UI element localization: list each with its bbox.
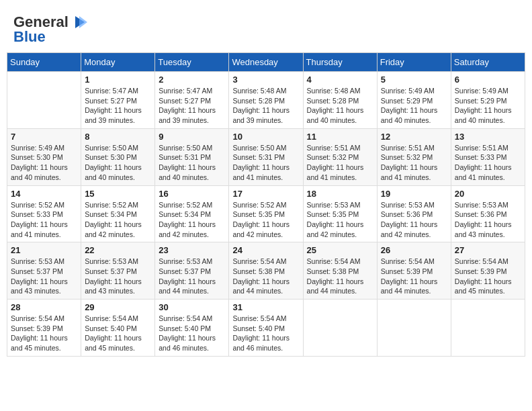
- day-number: 8: [85, 132, 151, 142]
- calendar-cell: 3Sunrise: 5:48 AMSunset: 5:28 PMDaylight…: [229, 72, 303, 129]
- day-number: 31: [232, 302, 299, 312]
- calendar-cell: 6Sunrise: 5:49 AMSunset: 5:29 PMDaylight…: [451, 72, 525, 129]
- day-number: 1: [85, 75, 151, 85]
- calendar-cell: 23Sunrise: 5:53 AMSunset: 5:37 PMDayligh…: [155, 242, 229, 300]
- sun-info: Sunrise: 5:53 AMSunset: 5:37 PMDaylight:…: [85, 257, 151, 296]
- sun-info: Sunrise: 5:54 AMSunset: 5:38 PMDaylight:…: [307, 257, 373, 296]
- calendar-cell: 31Sunrise: 5:54 AMSunset: 5:40 PMDayligh…: [229, 300, 303, 357]
- sun-info: Sunrise: 5:54 AMSunset: 5:40 PMDaylight:…: [159, 314, 225, 353]
- sun-info: Sunrise: 5:54 AMSunset: 5:38 PMDaylight:…: [232, 257, 299, 296]
- calendar-cell: 18Sunrise: 5:53 AMSunset: 5:35 PMDayligh…: [303, 185, 377, 242]
- weekday-header-saturday: Saturday: [451, 53, 525, 72]
- sun-info: Sunrise: 5:50 AMSunset: 5:30 PMDaylight:…: [85, 143, 151, 183]
- calendar-cell: [377, 300, 451, 357]
- sun-info: Sunrise: 5:52 AMSunset: 5:34 PMDaylight:…: [85, 200, 151, 240]
- week-row-2: 7Sunrise: 5:49 AMSunset: 5:30 PMDaylight…: [7, 128, 525, 185]
- day-number: 16: [159, 189, 225, 199]
- sun-info: Sunrise: 5:54 AMSunset: 5:40 PMDaylight:…: [85, 314, 151, 353]
- calendar-cell: 1Sunrise: 5:47 AMSunset: 5:27 PMDaylight…: [81, 72, 155, 129]
- calendar-cell: 21Sunrise: 5:53 AMSunset: 5:37 PMDayligh…: [7, 242, 81, 300]
- calendar-cell: 16Sunrise: 5:52 AMSunset: 5:34 PMDayligh…: [155, 185, 229, 242]
- sun-info: Sunrise: 5:50 AMSunset: 5:31 PMDaylight:…: [232, 143, 299, 183]
- calendar-cell: 25Sunrise: 5:54 AMSunset: 5:38 PMDayligh…: [303, 242, 377, 300]
- day-number: 28: [11, 302, 77, 312]
- day-number: 27: [455, 245, 521, 255]
- day-number: 18: [307, 189, 373, 199]
- weekday-header-tuesday: Tuesday: [155, 53, 229, 72]
- day-number: 7: [11, 132, 77, 142]
- day-number: 21: [11, 245, 77, 255]
- calendar-cell: 9Sunrise: 5:50 AMSunset: 5:31 PMDaylight…: [155, 128, 229, 185]
- week-row-1: 1Sunrise: 5:47 AMSunset: 5:27 PMDaylight…: [7, 72, 525, 129]
- day-number: 10: [232, 132, 299, 142]
- sun-info: Sunrise: 5:53 AMSunset: 5:37 PMDaylight:…: [11, 257, 77, 296]
- day-number: 23: [159, 245, 225, 255]
- calendar-cell: 26Sunrise: 5:54 AMSunset: 5:39 PMDayligh…: [377, 242, 451, 300]
- day-number: 13: [455, 132, 521, 142]
- calendar-cell: 5Sunrise: 5:49 AMSunset: 5:29 PMDaylight…: [377, 72, 451, 129]
- calendar-cell: 28Sunrise: 5:54 AMSunset: 5:39 PMDayligh…: [7, 300, 81, 357]
- sun-info: Sunrise: 5:51 AMSunset: 5:32 PMDaylight:…: [381, 143, 447, 183]
- calendar-cell: 27Sunrise: 5:54 AMSunset: 5:39 PMDayligh…: [451, 242, 525, 300]
- calendar-cell: 17Sunrise: 5:52 AMSunset: 5:35 PMDayligh…: [229, 185, 303, 242]
- calendar-cell: 8Sunrise: 5:50 AMSunset: 5:30 PMDaylight…: [81, 128, 155, 185]
- sun-info: Sunrise: 5:53 AMSunset: 5:36 PMDaylight:…: [381, 200, 447, 240]
- calendar-cell: [7, 72, 81, 129]
- sun-info: Sunrise: 5:52 AMSunset: 5:34 PMDaylight:…: [159, 200, 225, 240]
- day-number: 17: [232, 189, 299, 199]
- svg-marker-1: [79, 16, 87, 28]
- day-number: 5: [381, 75, 447, 85]
- day-number: 24: [232, 245, 299, 255]
- weekday-header-friday: Friday: [377, 53, 451, 72]
- day-number: 29: [85, 302, 151, 312]
- sun-info: Sunrise: 5:49 AMSunset: 5:30 PMDaylight:…: [11, 143, 77, 183]
- calendar-cell: 19Sunrise: 5:53 AMSunset: 5:36 PMDayligh…: [377, 185, 451, 242]
- calendar-cell: [451, 300, 525, 357]
- calendar-cell: 29Sunrise: 5:54 AMSunset: 5:40 PMDayligh…: [81, 300, 155, 357]
- weekday-header-sunday: Sunday: [7, 53, 81, 72]
- calendar-cell: 7Sunrise: 5:49 AMSunset: 5:30 PMDaylight…: [7, 128, 81, 185]
- day-number: 25: [307, 245, 373, 255]
- day-number: 15: [85, 189, 151, 199]
- weekday-header-monday: Monday: [81, 53, 155, 72]
- sun-info: Sunrise: 5:54 AMSunset: 5:39 PMDaylight:…: [11, 314, 77, 353]
- sun-info: Sunrise: 5:51 AMSunset: 5:32 PMDaylight:…: [307, 143, 373, 183]
- week-row-3: 14Sunrise: 5:52 AMSunset: 5:33 PMDayligh…: [7, 185, 525, 242]
- day-number: 12: [381, 132, 447, 142]
- day-number: 14: [11, 189, 77, 199]
- calendar-cell: 30Sunrise: 5:54 AMSunset: 5:40 PMDayligh…: [155, 300, 229, 357]
- sun-info: Sunrise: 5:49 AMSunset: 5:29 PMDaylight:…: [455, 86, 521, 126]
- sun-info: Sunrise: 5:53 AMSunset: 5:35 PMDaylight:…: [307, 200, 373, 240]
- calendar-cell: 13Sunrise: 5:51 AMSunset: 5:33 PMDayligh…: [451, 128, 525, 185]
- calendar-cell: 11Sunrise: 5:51 AMSunset: 5:32 PMDayligh…: [303, 128, 377, 185]
- sun-info: Sunrise: 5:53 AMSunset: 5:36 PMDaylight:…: [455, 200, 521, 240]
- calendar-cell: 14Sunrise: 5:52 AMSunset: 5:33 PMDayligh…: [7, 185, 81, 242]
- logo: General Blue: [13, 13, 87, 46]
- day-number: 11: [307, 132, 373, 142]
- calendar-cell: 12Sunrise: 5:51 AMSunset: 5:32 PMDayligh…: [377, 128, 451, 185]
- weekday-header-thursday: Thursday: [303, 53, 377, 72]
- page-header: General Blue: [7, 7, 525, 49]
- day-number: 20: [455, 189, 521, 199]
- calendar-cell: 22Sunrise: 5:53 AMSunset: 5:37 PMDayligh…: [81, 242, 155, 300]
- sun-info: Sunrise: 5:47 AMSunset: 5:27 PMDaylight:…: [159, 86, 225, 126]
- sun-info: Sunrise: 5:49 AMSunset: 5:29 PMDaylight:…: [381, 86, 447, 126]
- week-row-5: 28Sunrise: 5:54 AMSunset: 5:39 PMDayligh…: [7, 300, 525, 357]
- logo-icon: [70, 13, 87, 31]
- calendar-cell: 15Sunrise: 5:52 AMSunset: 5:34 PMDayligh…: [81, 185, 155, 242]
- day-number: 4: [307, 75, 373, 85]
- day-number: 6: [455, 75, 521, 85]
- sun-info: Sunrise: 5:52 AMSunset: 5:33 PMDaylight:…: [11, 200, 77, 240]
- day-number: 22: [85, 245, 151, 255]
- day-number: 9: [159, 132, 225, 142]
- sun-info: Sunrise: 5:53 AMSunset: 5:37 PMDaylight:…: [159, 257, 225, 296]
- weekday-header-wednesday: Wednesday: [229, 53, 303, 72]
- sun-info: Sunrise: 5:48 AMSunset: 5:28 PMDaylight:…: [307, 86, 373, 126]
- day-number: 3: [232, 75, 299, 85]
- week-row-4: 21Sunrise: 5:53 AMSunset: 5:37 PMDayligh…: [7, 242, 525, 300]
- calendar-cell: 24Sunrise: 5:54 AMSunset: 5:38 PMDayligh…: [229, 242, 303, 300]
- day-number: 19: [381, 189, 447, 199]
- calendar-cell: 4Sunrise: 5:48 AMSunset: 5:28 PMDaylight…: [303, 72, 377, 129]
- day-number: 26: [381, 245, 447, 255]
- sun-info: Sunrise: 5:47 AMSunset: 5:27 PMDaylight:…: [85, 86, 151, 126]
